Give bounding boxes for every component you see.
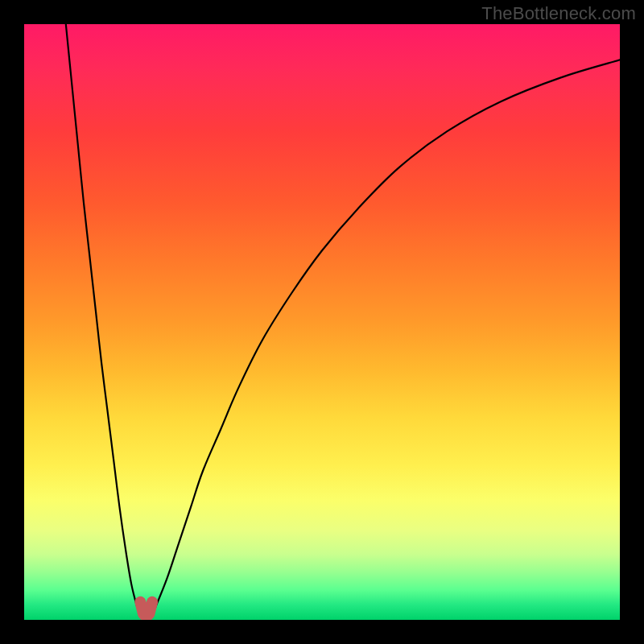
curve-right-branch	[155, 60, 620, 608]
watermark-text: TheBottleneck.com	[481, 3, 636, 24]
chart-svg	[24, 24, 620, 620]
bottleneck-curve	[66, 24, 620, 617]
outer-frame: TheBottleneck.com	[0, 0, 644, 644]
plot-area	[24, 24, 620, 620]
minimum-marker	[140, 602, 152, 617]
curve-left-branch	[66, 24, 138, 608]
